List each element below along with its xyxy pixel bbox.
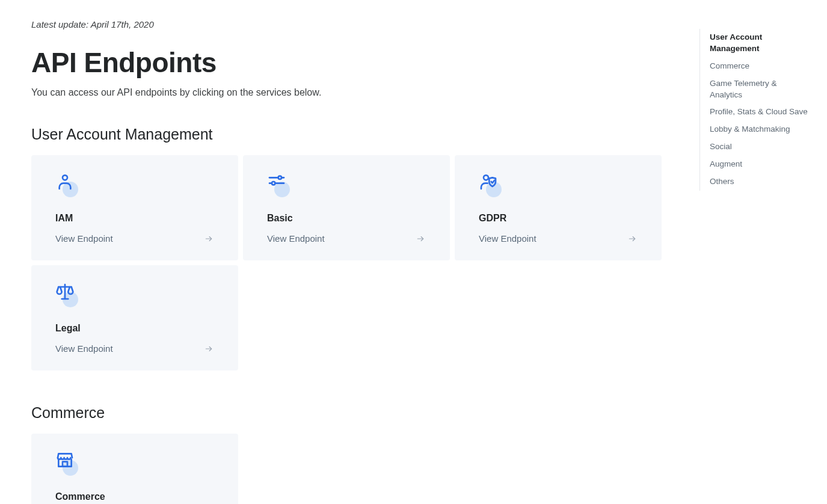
- view-endpoint-label: View Endpoint: [55, 343, 113, 354]
- card-grid-user-account: IAM View Endpoint Basic View Endpoint: [31, 155, 674, 370]
- main-content: Latest update: April 17th, 2020 API Endp…: [0, 0, 674, 504]
- svg-point-0: [63, 175, 67, 180]
- page-subtitle: You can access our API endpoints by clic…: [31, 87, 674, 98]
- view-endpoint-link[interactable]: View Endpoint: [479, 233, 638, 244]
- view-endpoint-link[interactable]: View Endpoint: [267, 233, 426, 244]
- view-endpoint-label: View Endpoint: [479, 233, 536, 244]
- section-title-commerce: Commerce: [31, 404, 674, 422]
- update-line: Latest update: April 17th, 2020: [31, 19, 674, 29]
- svg-rect-13: [63, 462, 67, 467]
- svg-point-3: [278, 176, 281, 179]
- card-commerce[interactable]: Commerce: [31, 434, 238, 504]
- toc-item-others[interactable]: Others: [710, 173, 808, 191]
- arrow-right-icon: [203, 345, 214, 353]
- card-grid-commerce: Commerce: [31, 434, 674, 504]
- user-shield-icon: [479, 172, 503, 196]
- arrow-right-icon: [203, 235, 214, 243]
- card-gdpr[interactable]: GDPR View Endpoint: [455, 155, 662, 260]
- toc-item-user-account[interactable]: User Account Management: [710, 29, 808, 58]
- sliders-icon: [267, 172, 291, 196]
- arrow-right-icon: [415, 235, 426, 243]
- svg-point-5: [272, 182, 275, 185]
- view-endpoint-label: View Endpoint: [55, 233, 113, 244]
- storefront-icon: [55, 450, 79, 475]
- card-legal[interactable]: Legal View Endpoint: [31, 265, 238, 370]
- card-title: Basic: [267, 213, 426, 224]
- table-of-contents: User Account Management Commerce Game Te…: [699, 29, 808, 191]
- view-endpoint-link[interactable]: View Endpoint: [55, 233, 214, 244]
- user-icon: [55, 172, 79, 196]
- toc-item-social[interactable]: Social: [710, 138, 808, 156]
- card-title: GDPR: [479, 213, 638, 224]
- arrow-right-icon: [627, 235, 638, 243]
- toc-item-augment[interactable]: Augment: [710, 156, 808, 173]
- svg-point-7: [484, 175, 488, 180]
- toc-item-commerce[interactable]: Commerce: [710, 58, 808, 75]
- card-title: Legal: [55, 323, 214, 334]
- toc-item-lobby[interactable]: Lobby & Matchmaking: [710, 121, 808, 138]
- view-endpoint-label: View Endpoint: [267, 233, 325, 244]
- toc-item-telemetry[interactable]: Game Telemetry & Analytics: [710, 75, 808, 104]
- page-title: API Endpoints: [31, 46, 674, 79]
- scales-icon: [55, 282, 79, 306]
- card-basic[interactable]: Basic View Endpoint: [243, 155, 450, 260]
- card-iam[interactable]: IAM View Endpoint: [31, 155, 238, 260]
- card-title: Commerce: [55, 491, 214, 502]
- section-title-user-account: User Account Management: [31, 126, 674, 143]
- view-endpoint-link[interactable]: View Endpoint: [55, 343, 214, 354]
- card-title: IAM: [55, 213, 214, 224]
- toc-item-profile[interactable]: Profile, Stats & Cloud Save: [710, 103, 808, 121]
